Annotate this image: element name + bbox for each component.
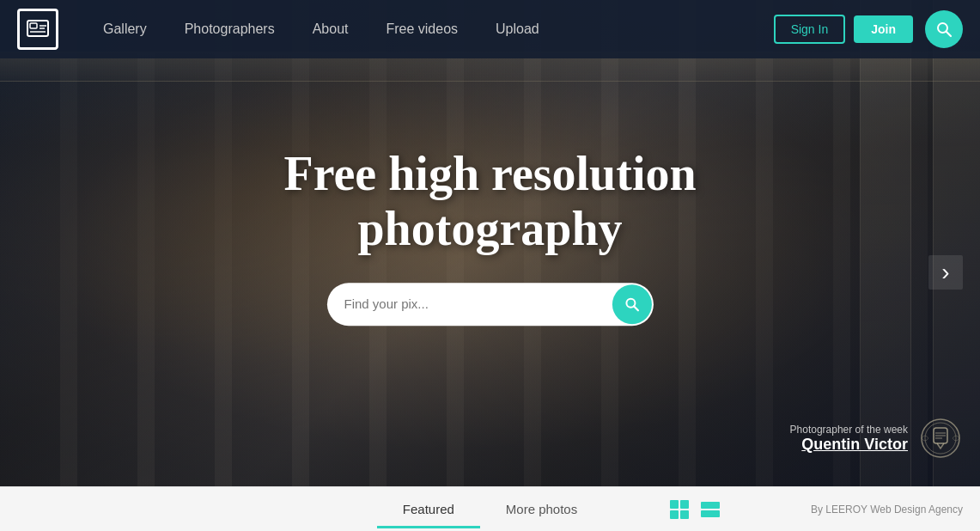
footer-credit: By LEEROY Web Design Agency <box>811 504 963 516</box>
nav-photographers[interactable]: Photographers <box>166 21 294 37</box>
photographer-of-week: Photographer of the week Quentin Victor <box>790 416 963 461</box>
svg-line-8 <box>634 306 638 310</box>
hero-next-arrow[interactable]: › <box>928 255 963 290</box>
svg-rect-18 <box>680 510 689 519</box>
logo[interactable] <box>17 9 58 50</box>
hero-title: Free high resolution photography <box>283 146 696 257</box>
header-actions: Sign In Join <box>774 15 913 44</box>
svg-line-6 <box>947 32 952 37</box>
svg-rect-20 <box>701 510 720 517</box>
svg-rect-17 <box>670 510 679 519</box>
nav-upload[interactable]: Upload <box>477 21 558 37</box>
grid-view-icon[interactable] <box>667 497 691 522</box>
svg-rect-1 <box>30 23 37 28</box>
join-button[interactable]: Join <box>854 15 913 43</box>
nav-about[interactable]: About <box>294 21 368 37</box>
hero-search-input[interactable] <box>327 287 611 322</box>
hero-search-bar <box>327 283 654 326</box>
photographer-badge-icon <box>918 416 963 461</box>
list-view-icon[interactable] <box>698 497 722 522</box>
nav-free-videos[interactable]: Free videos <box>367 21 477 37</box>
signin-button[interactable]: Sign In <box>774 15 846 44</box>
nav-gallery[interactable]: Gallery <box>84 21 166 37</box>
photographer-info: Photographer of the week Quentin Victor <box>790 424 908 454</box>
main-nav: Gallery Photographers About Free videos … <box>84 21 774 37</box>
hero-content: Free high resolution photography <box>283 146 696 326</box>
tab-featured[interactable]: Featured <box>377 490 480 528</box>
svg-rect-15 <box>670 500 679 509</box>
footer-view-icons <box>667 497 722 522</box>
footer-bar: Featured More photos By LEEROY Web Desig… <box>0 486 980 531</box>
photographer-week-label: Photographer of the week <box>790 424 908 436</box>
svg-rect-19 <box>701 502 720 509</box>
hero-search-button[interactable] <box>612 284 652 324</box>
header-search-button[interactable] <box>925 10 963 48</box>
tab-more-photos[interactable]: More photos <box>480 490 603 528</box>
header: Gallery Photographers About Free videos … <box>0 0 980 58</box>
svg-rect-16 <box>680 500 689 509</box>
photographer-name[interactable]: Quentin Victor <box>790 436 908 454</box>
hero-section: Free high resolution photography › Photo… <box>0 0 980 486</box>
